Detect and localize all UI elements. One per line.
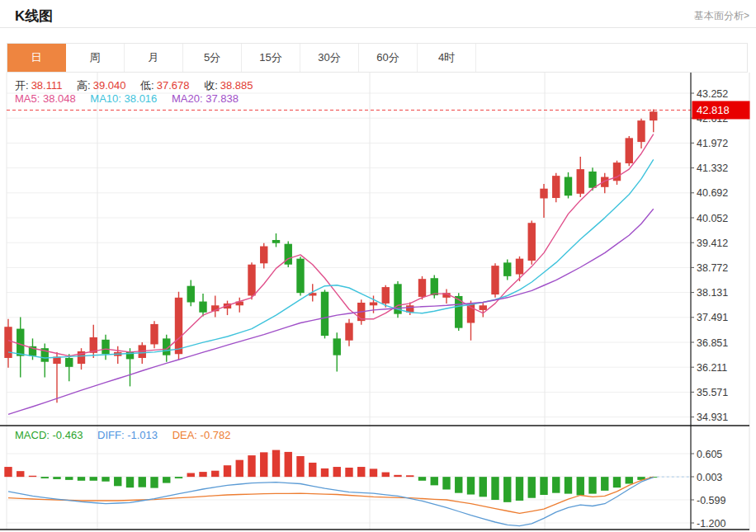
ohlc-row: 开:38.111 高:39.040 低:37.678 收:38.885 bbox=[15, 78, 265, 93]
candle-body bbox=[552, 176, 560, 198]
macd-bar bbox=[260, 452, 267, 477]
macd-bar bbox=[175, 477, 182, 478]
chart-area[interactable]: 43.25242.61241.97241.33240.69240.05239.4… bbox=[0, 73, 756, 532]
y-axis-label: 38.131 bbox=[697, 287, 728, 299]
macd-bar bbox=[4, 467, 12, 477]
macd-bar bbox=[357, 467, 365, 477]
candle-body bbox=[528, 223, 536, 261]
candle-body bbox=[65, 358, 73, 367]
macd-bar bbox=[503, 477, 511, 502]
candle-body bbox=[491, 266, 498, 294]
macd-bar bbox=[565, 477, 572, 493]
macd-bar bbox=[211, 471, 219, 477]
candle-body bbox=[333, 338, 341, 355]
candle-body bbox=[588, 172, 596, 188]
kline-chart[interactable]: 43.25242.61241.97241.33240.69240.05239.4… bbox=[0, 73, 756, 532]
macd-bar bbox=[540, 477, 547, 495]
macd-bar bbox=[90, 477, 97, 481]
ma20-readout: MA20: 37.838 bbox=[172, 92, 239, 105]
candle-body bbox=[626, 138, 633, 163]
tab-日[interactable]: 日 bbox=[7, 44, 66, 72]
macd-bar bbox=[577, 477, 584, 495]
y-axis-label: -1.200 bbox=[697, 518, 725, 530]
diff-label: DIFF: bbox=[97, 429, 125, 441]
macd-bar bbox=[370, 468, 377, 477]
macd-bar bbox=[613, 477, 621, 487]
period-tabbar: 日周月5分15分30分60分4时 bbox=[7, 43, 748, 73]
candle-body bbox=[540, 189, 547, 199]
dea-value: -0.782 bbox=[201, 429, 231, 441]
candle-body bbox=[516, 259, 523, 275]
ma10-label: MA10: bbox=[90, 92, 121, 105]
candle-body bbox=[637, 120, 645, 142]
macd-bar bbox=[139, 477, 146, 487]
open-value: 38.111 bbox=[31, 79, 63, 92]
ohlc-low: 低:37.678 bbox=[140, 79, 189, 92]
macd-bar bbox=[626, 477, 633, 483]
tab-5分[interactable]: 5分 bbox=[183, 44, 242, 72]
candle-body bbox=[102, 340, 109, 354]
macd-bar bbox=[126, 477, 134, 487]
close-value: 38.885 bbox=[220, 79, 253, 92]
macd-bar bbox=[150, 477, 158, 487]
candle-body bbox=[175, 298, 182, 354]
macd-bar bbox=[272, 450, 280, 478]
candle-body bbox=[17, 329, 24, 356]
diff-readout: DIFF: -1.013 bbox=[97, 429, 158, 441]
macd-bar bbox=[309, 463, 316, 477]
macd-bar bbox=[199, 472, 206, 477]
page-title: K线图 bbox=[15, 7, 53, 26]
macd-bar bbox=[187, 473, 195, 477]
low-label: 低: bbox=[140, 79, 154, 92]
macd-bar bbox=[248, 455, 255, 477]
macd-bar bbox=[78, 477, 85, 481]
macd-bar bbox=[333, 467, 341, 477]
tab-30分[interactable]: 30分 bbox=[300, 44, 359, 72]
macd-bar bbox=[516, 477, 523, 501]
candle-body bbox=[565, 177, 572, 196]
macd-bar bbox=[114, 477, 121, 486]
macd-bar bbox=[552, 477, 560, 493]
candle-body bbox=[150, 324, 158, 345]
macd-bar bbox=[382, 473, 390, 478]
tab-60分[interactable]: 60分 bbox=[359, 44, 418, 72]
macd-bar bbox=[102, 477, 109, 482]
candle-body bbox=[345, 323, 352, 341]
candle-body bbox=[382, 287, 390, 304]
tab-周[interactable]: 周 bbox=[66, 44, 125, 72]
candle-body bbox=[503, 262, 511, 276]
y-axis-label: -0.599 bbox=[697, 495, 725, 506]
tab-4时[interactable]: 4时 bbox=[418, 44, 476, 72]
macd-bar bbox=[163, 477, 170, 483]
macd-bar bbox=[296, 456, 304, 477]
ohlc-high: 高:39.040 bbox=[77, 79, 125, 92]
high-label: 高: bbox=[77, 79, 91, 92]
macd-label: MACD: bbox=[15, 429, 50, 441]
macd-bar bbox=[442, 477, 450, 489]
candles-group bbox=[4, 109, 657, 403]
current-price-tag-text: 42.818 bbox=[697, 104, 730, 116]
candle-body bbox=[199, 302, 206, 313]
macd-bar bbox=[65, 477, 73, 480]
macd-bar bbox=[321, 468, 328, 477]
fundamental-analysis-link[interactable]: 基本面分析> bbox=[694, 9, 749, 23]
candle-body bbox=[296, 259, 304, 294]
ma-row: MA5: 38.048 MA10: 38.016 MA20: 37.838 bbox=[15, 92, 250, 105]
candle-body bbox=[467, 304, 475, 323]
ma5-label: MA5: bbox=[15, 92, 40, 105]
tab-15分[interactable]: 15分 bbox=[242, 44, 300, 72]
candle-body bbox=[480, 305, 487, 310]
macd-bar bbox=[41, 477, 49, 478]
tab-月[interactable]: 月 bbox=[125, 44, 183, 72]
candle-body bbox=[4, 327, 12, 358]
macd-bar bbox=[236, 460, 243, 477]
ma20-value: 37.838 bbox=[206, 92, 239, 105]
candle-body bbox=[321, 292, 328, 336]
ma10-readout: MA10: 38.016 bbox=[90, 92, 157, 105]
ma20-line bbox=[8, 209, 654, 414]
dea-readout: DEA: -0.782 bbox=[172, 429, 231, 441]
y-axis-labels: 43.25242.61241.97241.33240.69240.05239.4… bbox=[691, 88, 728, 530]
macd-bar bbox=[224, 465, 231, 477]
candle-body bbox=[248, 265, 255, 296]
ma5-readout: MA5: 38.048 bbox=[15, 92, 76, 105]
